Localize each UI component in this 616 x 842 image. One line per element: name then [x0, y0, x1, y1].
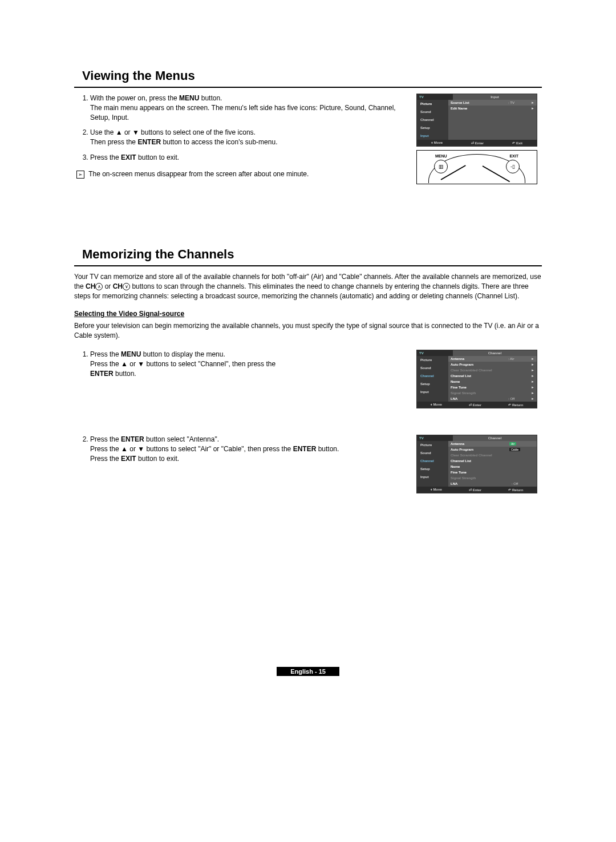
osd-side-picture: Picture	[417, 100, 448, 108]
osd-side-channel: Channel	[417, 116, 448, 124]
section2-title: Memorizing the Channels	[82, 247, 542, 262]
remote-illustration: MENU ▥ EXIT -▯	[416, 150, 537, 184]
osd-title-left: TV	[417, 94, 453, 100]
ch-up-icon: ∧	[95, 283, 103, 290]
remote-menu-label: MENU	[435, 154, 447, 158]
mem-step-1: Press the MENU button to display the men…	[90, 350, 410, 378]
step-3: Press the EXIT button to exit.	[90, 153, 410, 163]
ch-down-icon: ∨	[123, 283, 130, 290]
mem-step-2: Press the ENTER button select "Antenna".…	[90, 435, 410, 463]
osd-channel-menu-2: TV Channel Picture Sound Channel Setup I…	[416, 435, 537, 493]
popup-air: Air	[509, 442, 516, 446]
tip-icon: ➣	[76, 171, 84, 179]
tip: ➣ The on-screen menus disappear from the…	[76, 169, 410, 179]
osd-foot-enter: ⏎ Enter	[471, 141, 484, 145]
intro-text: Your TV can memorize and store all of th…	[74, 272, 542, 301]
osd-side-setup: Setup	[417, 124, 448, 132]
step-2: Use the ▲ or ▼ buttons to select one of …	[90, 128, 410, 147]
osd-side-input: Input	[417, 132, 448, 140]
popup-cable: Cable	[509, 448, 520, 451]
page-footer: English - 15	[74, 668, 542, 675]
osd-foot-move: ♦ Move	[431, 141, 443, 145]
remote-menu-button: ▥	[434, 160, 448, 173]
before-text: Before your television can begin memoriz…	[74, 321, 542, 341]
osd-foot-exit: ↶ Exit	[512, 141, 522, 145]
step-1: With the power on, press the MENU button…	[90, 94, 410, 122]
viewing-steps: With the power on, press the MENU button…	[74, 94, 410, 163]
remote-exit-label: EXIT	[509, 154, 518, 158]
divider	[74, 87, 542, 88]
divider	[74, 265, 542, 266]
sub-heading: Selecting the Video Signal-source	[74, 310, 542, 318]
section1-title: Viewing the Menus	[82, 68, 542, 83]
remote-exit-button: -▯	[506, 160, 520, 173]
osd-input-menu: TV Input Picture Sound Channel Setup Inp…	[416, 94, 537, 147]
osd-channel-menu-1: TV Channel Picture Sound Channel Setup I…	[416, 350, 537, 408]
osd-title-right: Input	[453, 94, 537, 100]
osd-side-sound: Sound	[417, 108, 448, 116]
